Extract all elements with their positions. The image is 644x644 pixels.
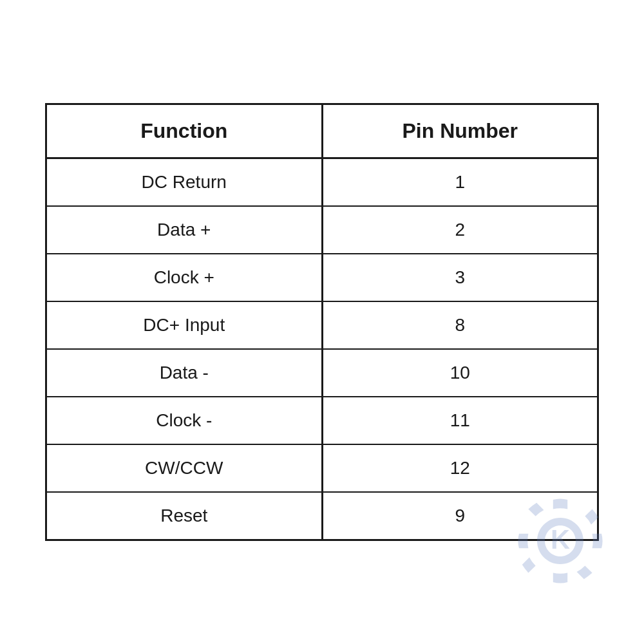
table-row: DC Return1 [46, 158, 598, 207]
watermark: K [509, 489, 612, 592]
cell-function: CW/CCW [46, 444, 323, 492]
header-row: Function Pin Number [46, 104, 598, 158]
page-container: Function Pin Number DC Return1Data +2Clo… [0, 0, 644, 644]
gear-icon: K [509, 489, 612, 592]
cell-function: DC Return [46, 158, 323, 207]
table-row: CW/CCW12 [46, 444, 598, 492]
table-row: DC+ Input8 [46, 301, 598, 349]
cell-function: DC+ Input [46, 301, 323, 349]
table-row: Clock +3 [46, 254, 598, 301]
cell-function: Data - [46, 349, 323, 397]
cell-pin: 11 [322, 397, 598, 444]
table-row: Data +2 [46, 206, 598, 254]
cell-function: Clock - [46, 397, 323, 444]
table-row: Clock -11 [46, 397, 598, 444]
table-body: DC Return1Data +2Clock +3DC+ Input8Data … [46, 158, 598, 540]
cell-function: Clock + [46, 254, 323, 301]
cell-function: Reset [46, 492, 323, 540]
cell-pin: 2 [322, 206, 598, 254]
cell-pin: 3 [322, 254, 598, 301]
cell-function: Data + [46, 206, 323, 254]
header-pin: Pin Number [322, 104, 598, 158]
table-wrapper: Function Pin Number DC Return1Data +2Clo… [45, 103, 599, 541]
cell-pin: 12 [322, 444, 598, 492]
cell-pin: 1 [322, 158, 598, 207]
cell-pin: 10 [322, 349, 598, 397]
cell-pin: 8 [322, 301, 598, 349]
header-function: Function [46, 104, 323, 158]
table-row: Data -10 [46, 349, 598, 397]
svg-text:K: K [551, 524, 570, 554]
pin-table: Function Pin Number DC Return1Data +2Clo… [45, 103, 599, 541]
